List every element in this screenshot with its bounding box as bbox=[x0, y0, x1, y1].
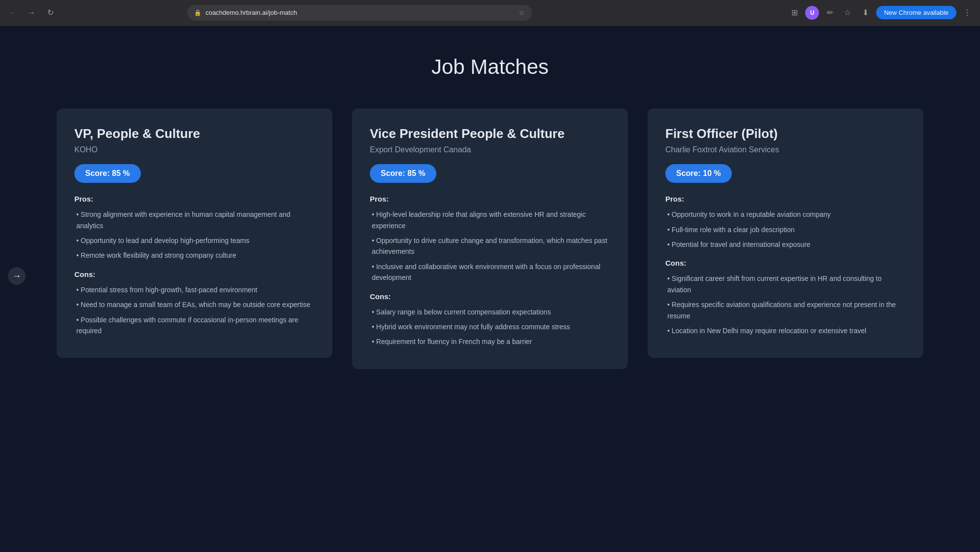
job-title-2: Vice President People & Culture bbox=[370, 126, 610, 141]
pro-item-2-1: • High-level leadership role that aligns… bbox=[370, 209, 610, 231]
job-card-2: Vice President People & Culture Export D… bbox=[352, 108, 628, 369]
user-avatar: U bbox=[805, 6, 819, 20]
cons-label-3: Cons: bbox=[665, 259, 906, 267]
cons-label-2: Cons: bbox=[370, 292, 610, 301]
con-item-1-2: • Need to manage a small team of EAs, wh… bbox=[74, 299, 315, 310]
job-card-3: First Officer (Pilot) Charlie Foxtrot Av… bbox=[648, 108, 923, 358]
pros-label-1: Pros: bbox=[74, 195, 315, 203]
side-nav-arrow[interactable]: → bbox=[8, 267, 26, 285]
back-button[interactable]: ← bbox=[6, 6, 20, 20]
url-input[interactable] bbox=[205, 9, 515, 16]
pro-item-3-2: • Full-time role with a clear job descri… bbox=[665, 224, 906, 235]
pros-label-3: Pros: bbox=[665, 195, 906, 203]
con-item-1-1: • Potential stress from high-growth, fas… bbox=[74, 284, 315, 295]
pro-item-3-1: • Opportunity to work in a reputable avi… bbox=[665, 209, 906, 220]
score-badge-3[interactable]: Score: 10 % bbox=[665, 164, 732, 183]
pro-item-1-1: • Strong alignment with experience in hu… bbox=[74, 209, 315, 231]
browser-actions: ⊞ U ✏ ☆ ⬇ New Chrome available ⋮ bbox=[787, 6, 974, 20]
company-name-3: Charlie Foxtrot Aviation Services bbox=[665, 145, 906, 154]
cons-section-3: Cons: • Significant career shift from cu… bbox=[665, 259, 906, 336]
pro-item-3-3: • Potential for travel and international… bbox=[665, 239, 906, 250]
con-item-2-1: • Salary range is below current compensa… bbox=[370, 307, 610, 317]
job-card-1: VP, People & Culture KOHO Score: 85 % Pr… bbox=[57, 108, 332, 358]
bookmark-icon[interactable]: ☆ bbox=[841, 6, 854, 20]
extensions-icon[interactable]: ⊞ bbox=[787, 6, 801, 20]
menu-icon[interactable]: ⋮ bbox=[960, 6, 974, 20]
con-item-3-1: • Significant career shift from current … bbox=[665, 273, 906, 295]
browser-chrome: ← → ↻ 🔒 ☆ ⊞ U ✏ ☆ ⬇ New Chrome available… bbox=[0, 0, 980, 26]
con-item-2-2: • Hybrid work environment may not fully … bbox=[370, 321, 610, 332]
pro-item-1-3: • Remote work flexibility and strong com… bbox=[74, 250, 315, 261]
pen-icon[interactable]: ✏ bbox=[823, 6, 837, 20]
star-icon[interactable]: ☆ bbox=[519, 9, 525, 17]
lock-icon: 🔒 bbox=[194, 9, 201, 16]
download-icon[interactable]: ⬇ bbox=[858, 6, 872, 20]
score-badge-1[interactable]: Score: 85 % bbox=[74, 164, 141, 183]
cons-label-1: Cons: bbox=[74, 270, 315, 278]
forward-button[interactable]: → bbox=[25, 6, 38, 20]
main-content: Job Matches VP, People & Culture KOHO Sc… bbox=[0, 26, 980, 552]
company-name-1: KOHO bbox=[74, 145, 315, 154]
con-item-2-3: • Requirement for fluency in French may … bbox=[370, 336, 610, 347]
cons-section-2: Cons: • Salary range is below current co… bbox=[370, 292, 610, 347]
profile-icon[interactable]: U bbox=[805, 6, 819, 20]
score-badge-2[interactable]: Score: 85 % bbox=[370, 164, 436, 183]
con-item-3-2: • Requires specific aviation qualificati… bbox=[665, 299, 906, 321]
pro-item-2-3: • Inclusive and collaborative work envir… bbox=[370, 261, 610, 283]
cards-container: VP, People & Culture KOHO Score: 85 % Pr… bbox=[39, 108, 941, 369]
new-chrome-button[interactable]: New Chrome available bbox=[876, 6, 956, 19]
pro-item-2-2: • Opportunity to drive culture change an… bbox=[370, 235, 610, 257]
company-name-2: Export Development Canada bbox=[370, 145, 610, 154]
page-title: Job Matches bbox=[39, 55, 941, 79]
address-bar: 🔒 ☆ bbox=[187, 5, 532, 21]
job-title-3: First Officer (Pilot) bbox=[665, 126, 906, 141]
reload-button[interactable]: ↻ bbox=[43, 6, 57, 20]
job-title-1: VP, People & Culture bbox=[74, 126, 315, 141]
pro-item-1-2: • Opportunity to lead and develop high-p… bbox=[74, 235, 315, 246]
con-item-3-3: • Location in New Delhi may require relo… bbox=[665, 325, 906, 336]
con-item-1-3: • Possible challenges with commute if oc… bbox=[74, 314, 315, 337]
cons-section-1: Cons: • Potential stress from high-growt… bbox=[74, 270, 315, 337]
pros-label-2: Pros: bbox=[370, 195, 610, 203]
